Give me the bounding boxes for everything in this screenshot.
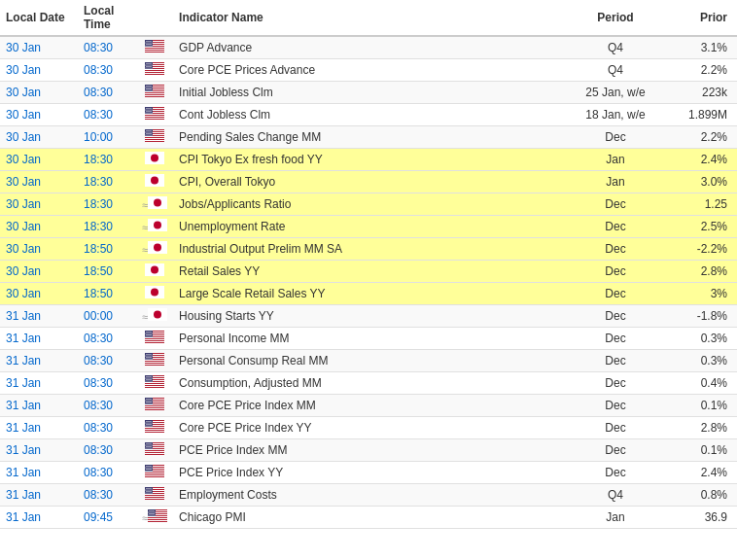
us-flag-icon [145,377,164,391]
cell-prior: 3.0% [659,171,737,193]
svg-point-287 [149,422,150,423]
svg-rect-307 [145,451,164,452]
svg-point-234 [148,379,149,380]
svg-rect-392 [148,520,167,521]
svg-point-73 [145,87,146,88]
cell-prior: 3% [659,283,737,305]
svg-rect-363 [145,496,164,497]
cell-period: Dec [572,193,659,216]
svg-point-236 [145,380,146,381]
cell-date: 31 Jan [0,507,78,529]
us-flag-icon [145,109,164,122]
cell-flag [136,149,173,171]
cell-date: 30 Jan [0,82,78,104]
cell-indicator: Initial Jobless Clm [173,82,572,104]
svg-point-99 [148,108,149,109]
us-flag-icon [145,444,164,458]
cell-date: 31 Jan [0,484,78,507]
cell-date: 30 Jan [0,283,78,305]
cell-time: 08:30 [78,439,136,462]
svg-point-17 [145,42,146,43]
svg-point-312 [150,443,151,444]
svg-point-182 [149,335,150,336]
svg-rect-223 [145,384,164,385]
cell-time: 08:30 [78,462,136,484]
cell-date: 31 Jan [0,395,78,417]
table-row: 30 Jan18:30 CPI Tokyo Ex fresh food YYJa… [0,149,737,171]
svg-rect-308 [145,453,164,454]
cell-prior: 1.899M [659,104,737,126]
svg-point-320 [145,447,146,448]
svg-point-155 [154,311,161,319]
svg-point-400 [154,511,155,512]
svg-rect-90 [145,119,164,120]
svg-rect-66 [145,91,164,92]
svg-point-78 [148,88,149,89]
svg-point-181 [147,335,148,336]
svg-rect-122 [145,136,164,137]
svg-rect-68 [145,95,164,96]
svg-rect-95 [145,116,164,117]
cell-period: Dec [572,417,659,439]
svg-point-315 [149,444,150,445]
svg-point-45 [145,64,146,65]
svg-point-377 [147,492,148,493]
svg-rect-116 [145,137,164,138]
svg-rect-117 [145,139,164,140]
svg-point-70 [146,86,147,87]
table-row: 31 Jan08:30 [0,439,737,462]
cell-indicator: Jobs/Applicants Ratio [173,193,572,216]
cell-time: 08:30 [78,82,136,104]
cell-date: 30 Jan [0,171,78,193]
table-row: 31 Jan08:30 [0,484,737,507]
svg-rect-166 [145,337,164,338]
svg-point-257 [145,400,146,401]
svg-point-198 [146,354,147,355]
col-local-time: Local Time [78,0,136,36]
svg-point-42 [146,63,147,64]
svg-point-100 [150,108,151,109]
svg-point-50 [148,66,149,67]
cell-prior: 2.8% [659,261,737,283]
cell-indicator: PCE Price Index MM [173,439,572,462]
svg-point-402 [151,513,152,514]
svg-point-49 [146,66,147,67]
cell-time: 18:30 [78,149,136,171]
svg-rect-67 [145,93,164,94]
svg-point-322 [149,447,150,448]
svg-point-137 [147,134,148,135]
cell-period: Jan [572,171,659,193]
cell-period: Q4 [572,59,659,82]
cell-flag: ≈ [136,507,173,529]
cell-period: Dec [572,372,659,395]
svg-point-226 [146,376,147,377]
svg-point-323 [151,447,152,448]
svg-point-177 [146,334,147,335]
cell-indicator: Employment Costs [173,484,572,507]
svg-point-178 [148,334,149,335]
svg-point-51 [150,66,151,67]
svg-rect-251 [145,406,164,407]
svg-point-266 [149,402,150,403]
cell-prior: 2.2% [659,59,737,82]
svg-rect-362 [145,494,164,495]
svg-rect-195 [145,362,164,363]
cell-time: 18:50 [78,261,136,283]
cell-flag: ≈ [136,193,173,216]
table-row: 31 Jan08:30 [0,462,737,484]
cell-flag [136,104,173,126]
cell-period: Q4 [572,484,659,507]
cell-flag [136,372,173,395]
svg-point-313 [145,444,146,445]
svg-rect-40 [145,73,164,74]
svg-point-209 [147,358,148,359]
svg-point-18 [147,42,148,43]
svg-point-134 [148,133,149,134]
cell-period: Dec [572,328,659,350]
cell-date: 31 Jan [0,350,78,372]
cell-prior: 2.2% [659,126,737,149]
svg-point-370 [147,489,148,490]
svg-point-317 [146,446,147,447]
table-row: 31 Jan09:45≈ [0,507,737,529]
svg-rect-222 [145,382,164,383]
